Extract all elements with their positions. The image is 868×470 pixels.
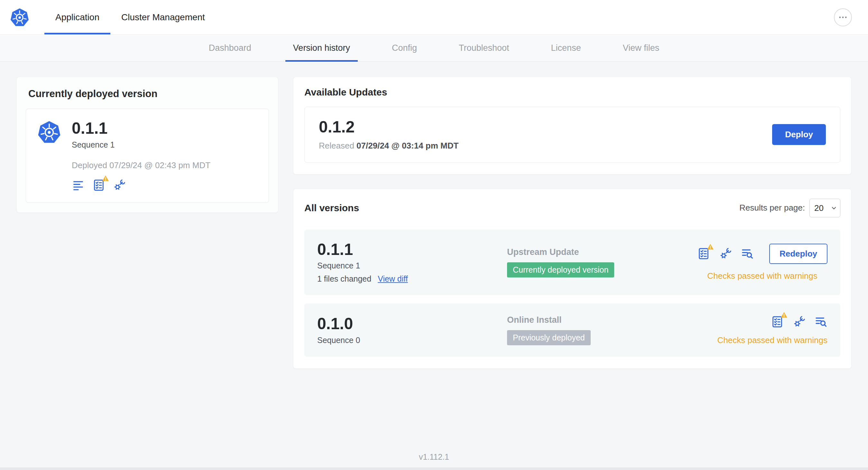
tab-license[interactable]: License [544,35,589,61]
results-per-page-label: Results per page: [739,203,805,213]
preflight-checks-button[interactable] [92,179,105,192]
preflight-checks-button[interactable] [771,315,784,328]
current-version-column: Currently deployed version 0.1.1 Sequenc… [17,77,278,212]
right-column: Available Updates 0.1.2 Released 07/29/2… [293,77,851,368]
released-date: 07/29/24 @ 03:14 pm MDT [356,141,459,150]
row-version-number: 0.1.1 [317,241,507,258]
tab-version-history[interactable]: Version history [285,35,358,61]
checks-status-text: Checks passed with warnings [717,335,828,345]
tab-license-label: License [551,43,581,53]
edit-config-icon[interactable] [113,179,126,192]
all-versions-header: All versions Results per page: 20 [304,199,840,217]
tab-troubleshoot-label: Troubleshoot [459,43,509,53]
current-version-deployed-at: Deployed 07/29/24 @ 02:43 pm MDT [72,160,210,170]
version-row-info: 0.1.0 Sequence 0 [317,315,507,345]
view-logs-icon[interactable] [815,315,828,328]
version-row-source: Online Install Previously deployed [507,315,717,345]
preflight-checks-icon [697,247,710,260]
page-bottom-edge [0,467,868,470]
update-version-number: 0.1.2 [319,119,459,136]
tab-config[interactable]: Config [384,35,425,61]
version-row-0-1-0: 0.1.0 Sequence 0 Online Install Previous… [304,303,840,357]
tab-dashboard[interactable]: Dashboard [201,35,259,61]
tab-cluster-management-label: Cluster Management [121,12,205,23]
files-changed-label: 1 files changed [317,274,371,283]
row-version-number: 0.1.0 [317,315,507,332]
row-source-label: Upstream Update [507,247,697,257]
top-header: Application Cluster Management [0,0,868,35]
deploy-button[interactable]: Deploy [772,124,826,145]
results-per-page-select-wrap: 20 [809,199,840,217]
update-row: 0.1.2 Released 07/29/24 @ 03:14 pm MDT D… [304,107,840,163]
released-label: Released [319,141,354,150]
tab-config-label: Config [392,43,417,53]
row-action-icons [771,315,828,328]
available-updates-card: Available Updates 0.1.2 Released 07/29/2… [293,77,851,174]
version-rows: 0.1.1 Sequence 1 1 files changed View di… [304,230,840,357]
tab-version-history-label: Version history [293,43,350,53]
current-version-info: 0.1.1 Sequence 1 Deployed 07/29/24 @ 02:… [72,120,210,192]
app-icon [37,120,61,144]
current-version-title: Currently deployed version [28,88,269,100]
available-updates-title: Available Updates [304,87,840,98]
app-subnav: Dashboard Version history Config Trouble… [0,35,868,62]
row-sequence: Sequence 0 [317,336,507,345]
tab-view-files-label: View files [623,43,659,53]
results-per-page: Results per page: 20 [739,199,840,217]
update-info: 0.1.2 Released 07/29/24 @ 03:14 pm MDT [319,119,459,151]
checks-status-text: Checks passed with warnings [707,271,817,281]
version-row-source: Upstream Update Currently deployed versi… [507,247,697,277]
version-row-actions: Redeploy Checks passed with warnings [697,244,828,281]
kubernetes-logo [10,7,30,27]
top-nav: Application Cluster Management [44,0,216,34]
release-notes-icon[interactable] [72,179,85,192]
row-action-icons: Redeploy [697,244,828,264]
tab-troubleshoot[interactable]: Troubleshoot [451,35,517,61]
preflight-checks-button[interactable] [697,247,710,260]
row-sequence: Sequence 1 [317,261,507,270]
view-logs-icon[interactable] [741,247,754,260]
results-per-page-select[interactable]: 20 [809,199,840,217]
version-row-info: 0.1.1 Sequence 1 1 files changed View di… [317,241,507,284]
main-content: Currently deployed version 0.1.1 Sequenc… [0,62,868,368]
all-versions-card: All versions Results per page: 20 0.1.1 [293,189,851,369]
more-options-button[interactable] [834,8,852,26]
current-version-detail: 0.1.1 Sequence 1 Deployed 07/29/24 @ 02:… [26,109,269,203]
tab-dashboard-label: Dashboard [209,43,251,53]
row-source-label: Online Install [507,315,717,325]
all-versions-title: All versions [304,203,359,213]
current-version-number: 0.1.1 [72,120,210,137]
preflight-checks-icon [92,179,105,192]
tab-cluster-management[interactable]: Cluster Management [110,0,216,34]
update-released-line: Released 07/29/24 @ 03:14 pm MDT [319,141,459,151]
current-version-sequence: Sequence 1 [72,140,210,149]
view-diff-link[interactable]: View diff [378,274,408,283]
deployed-status-badge: Currently deployed version [507,262,614,277]
current-version-card: Currently deployed version 0.1.1 Sequenc… [17,77,278,212]
preflight-checks-icon [771,315,784,328]
version-row-actions: Checks passed with warnings [717,315,828,345]
console-version: v1.112.1 [0,452,868,462]
edit-config-icon[interactable] [793,315,806,328]
tab-application[interactable]: Application [44,0,110,34]
tab-view-files[interactable]: View files [615,35,667,61]
ellipsis-icon [837,12,848,23]
edit-config-icon[interactable] [719,247,732,260]
tab-application-label: Application [55,12,99,23]
redeploy-button[interactable]: Redeploy [769,244,828,264]
version-row-0-1-1: 0.1.1 Sequence 1 1 files changed View di… [304,230,840,296]
row-files-line: 1 files changed View diff [317,274,507,283]
deployed-status-badge: Previously deployed [507,330,591,345]
current-version-actions [72,179,210,192]
